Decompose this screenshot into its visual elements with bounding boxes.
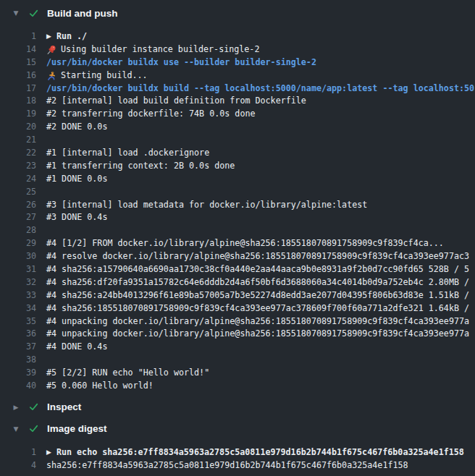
log-line: 17/usr/bin/docker buildx build --tag loc… [0, 82, 475, 95]
line-number-link[interactable]: 29 [0, 237, 36, 250]
line-number-link[interactable]: 1 [0, 446, 36, 459]
log-line-content: #2 DONE 0.0s [46, 121, 107, 134]
log-line: 34#4 sha256:185518070891758909c9f839cf4c… [0, 302, 475, 315]
log-text: #5 0.060 Hello world! [46, 380, 154, 393]
log-line-content: Using builder instance builder-single-2 [46, 43, 259, 56]
line-number-link[interactable]: 18 [0, 95, 36, 108]
line-number-link[interactable]: 16 [0, 69, 36, 82]
play-icon: ▶ [46, 30, 51, 43]
chevron-right-icon[interactable]: ▶ [12, 404, 20, 411]
log-line: 38 [0, 354, 475, 367]
log-line: 24#1 DONE 0.0s [0, 173, 475, 186]
log-line: 20#2 DONE 0.0s [0, 121, 475, 134]
log-line: 18#2 [internal] load build definition fr… [0, 95, 475, 108]
log-line: 40#5 0.060 Hello world! [0, 380, 475, 393]
line-number-link[interactable]: 4 [0, 459, 36, 472]
log-line-content: #4 sha256:185518070891758909c9f839cf4ca3… [46, 302, 469, 315]
line-number-link[interactable]: 32 [0, 276, 36, 289]
log-text: #4 sha256:df20fa9351a15782c64e6dddb2d4a6… [46, 276, 469, 289]
line-number-link[interactable]: 24 [0, 173, 36, 186]
log-text: /usr/bin/docker buildx build --tag local… [46, 82, 474, 95]
line-number-link[interactable]: 14 [0, 43, 36, 56]
log-line: 30#4 resolve docker.io/library/alpine@sh… [0, 250, 475, 263]
log-text: #4 [1/2] FROM docker.io/library/alpine@s… [46, 237, 444, 250]
log-line-content: #4 sha256:a15790640a6690aa1730c38cf0a440… [46, 263, 469, 276]
log-line-content: #4 sha256:a24bb4013296f61e89ba57005a7b3e… [46, 289, 469, 302]
line-number-link[interactable]: 39 [0, 367, 36, 380]
runner-icon [46, 71, 56, 81]
line-number-link[interactable]: 17 [0, 82, 36, 95]
line-number-link[interactable]: 35 [0, 315, 36, 328]
log-text: #4 unpacking docker.io/library/alpine@sh… [46, 328, 469, 341]
line-number-link[interactable]: 27 [0, 211, 36, 224]
line-number-link[interactable]: 26 [0, 199, 36, 212]
log-line-content: #2 [internal] load build definition from… [46, 95, 306, 108]
line-number-link[interactable]: 20 [0, 121, 36, 134]
log-line: 23#1 transferring context: 2B 0.0s done [0, 160, 475, 173]
log-line: 25 [0, 186, 475, 199]
log-line: 1▶Run ./ [0, 30, 475, 43]
section-header-inspect[interactable]: ▶ Inspect [0, 396, 475, 418]
line-number-link[interactable]: 25 [0, 186, 36, 199]
log-text: #1 transferring context: 2B 0.0s done [46, 160, 235, 173]
log-line-content: #5 [2/2] RUN echo "Hello world!" [46, 367, 209, 380]
section-header-build-and-push[interactable]: ▼ Build and push [0, 2, 475, 24]
log-line: 37#4 DONE 0.4s [0, 341, 475, 354]
log-line-content: #4 resolve docker.io/library/alpine@sha2… [46, 250, 469, 263]
log-line: 31#4 sha256:a15790640a6690aa1730c38cf0a4… [0, 263, 475, 276]
log-lines-build-and-push: 1▶Run ./14Using builder instance builder… [0, 30, 475, 393]
line-number-link[interactable]: 34 [0, 302, 36, 315]
line-number-link[interactable]: 1 [0, 30, 36, 43]
log-line-content: #1 DONE 0.0s [46, 173, 107, 186]
log-text: #1 [internal] load .dockerignore [46, 147, 209, 160]
log-text: Using builder instance builder-single-2 [61, 43, 259, 56]
log-text: #3 [internal] load metadata for docker.i… [46, 199, 367, 212]
log-line-content: #5 0.060 Hello world! [46, 380, 154, 393]
log-line: 14Using builder instance builder-single-… [0, 43, 475, 56]
play-icon: ▶ [46, 446, 51, 459]
section-title: Build and push [47, 8, 118, 19]
log-text: Starting build... [61, 69, 148, 82]
line-number-link[interactable]: 22 [0, 147, 36, 160]
check-icon [28, 8, 39, 19]
chevron-down-icon[interactable]: ▼ [12, 425, 20, 433]
line-number-link[interactable]: 28 [0, 224, 36, 237]
line-number-link[interactable]: 31 [0, 263, 36, 276]
line-number-link[interactable]: 33 [0, 289, 36, 302]
log-text: #3 DONE 0.4s [46, 211, 107, 224]
line-number-link[interactable]: 23 [0, 160, 36, 173]
log-text: Run ./ [56, 30, 87, 43]
log-line: 4sha256:e7ff8834a5963a2785c5a0811e979d16… [0, 459, 475, 472]
log-line-content: #3 [internal] load metadata for docker.i… [46, 199, 367, 212]
line-number-link[interactable]: 21 [0, 134, 36, 147]
log-line-content: #4 [1/2] FROM docker.io/library/alpine@s… [46, 237, 444, 250]
line-number-link[interactable]: 37 [0, 341, 36, 354]
log-line-content: sha256:e7ff8834a5963a2785c5a0811e979d16b… [46, 459, 408, 472]
log-text: #4 resolve docker.io/library/alpine@sha2… [46, 250, 469, 263]
line-number-link[interactable]: 36 [0, 328, 36, 341]
log-line-content: ▶Run ./ [46, 30, 87, 43]
log-text: #5 [2/2] RUN echo "Hello world!" [46, 367, 209, 380]
section-title: Inspect [47, 401, 81, 412]
chevron-down-icon[interactable]: ▼ [12, 9, 20, 17]
log-line-content: #1 [internal] load .dockerignore [46, 147, 209, 160]
log-text: /usr/bin/docker buildx use --builder bui… [46, 56, 316, 69]
line-number-link[interactable]: 30 [0, 250, 36, 263]
log-line-content: /usr/bin/docker buildx build --tag local… [46, 82, 474, 95]
log-line: 21 [0, 134, 475, 147]
line-number-link[interactable]: 15 [0, 56, 36, 69]
actions-log-viewer: ▼ Build and push 1▶Run ./14Using builder… [0, 0, 475, 476]
log-text: Run echo sha256:e7ff8834a5963a2785c5a081… [56, 446, 464, 459]
line-number-link[interactable]: 38 [0, 354, 36, 367]
log-line: 28 [0, 224, 475, 237]
log-line: 33#4 sha256:a24bb4013296f61e89ba57005a7b… [0, 289, 475, 302]
log-text: #4 sha256:a24bb4013296f61e89ba57005a7b3e… [46, 289, 469, 302]
line-number-link[interactable]: 40 [0, 380, 36, 393]
log-line: 26#3 [internal] load metadata for docker… [0, 199, 475, 212]
check-icon [28, 401, 39, 412]
line-number-link[interactable]: 19 [0, 108, 36, 121]
log-lines-image-digest: 1▶Run echo sha256:e7ff8834a5963a2785c5a0… [0, 446, 475, 472]
log-line-content: #4 DONE 0.4s [46, 341, 107, 354]
log-line-content: Starting build... [46, 69, 148, 82]
section-header-image-digest[interactable]: ▼ Image digest [0, 418, 475, 440]
